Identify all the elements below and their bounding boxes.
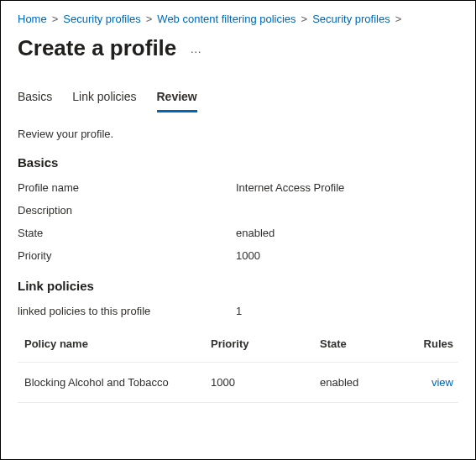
tabs: Basics Link policies Review xyxy=(18,85,458,112)
field-value: enabled xyxy=(236,227,458,239)
field-label: Priority xyxy=(18,249,236,262)
col-header-priority[interactable]: Priority xyxy=(211,337,320,350)
policy-table: Policy name Priority State Rules Blockin… xyxy=(18,327,458,403)
chevron-right-icon: > xyxy=(395,13,402,25)
col-header-state[interactable]: State xyxy=(320,337,412,350)
link-policies-section-title: Link policies xyxy=(18,279,458,293)
field-state: State enabled xyxy=(18,227,458,239)
view-rules-link[interactable]: view xyxy=(432,376,453,389)
table-row: Blocking Alcohol and Tobacco 1000 enable… xyxy=(18,363,458,403)
field-value: Internet Access Profile xyxy=(236,181,458,194)
field-label: State xyxy=(18,227,236,239)
chevron-right-icon: > xyxy=(146,13,153,25)
cell-rules: view xyxy=(412,376,458,389)
field-profile-name: Profile name Internet Access Profile xyxy=(18,181,458,194)
tab-basics[interactable]: Basics xyxy=(18,85,52,112)
field-value xyxy=(236,204,458,217)
breadcrumb-web-content-filtering[interactable]: Web content filtering policies xyxy=(157,13,296,25)
breadcrumb-security-profiles[interactable]: Security profiles xyxy=(63,13,140,25)
field-value: 1000 xyxy=(236,249,458,262)
field-label: linked policies to this profile xyxy=(18,305,236,317)
breadcrumb: Home > Security profiles > Web content f… xyxy=(18,13,458,25)
field-label: Description xyxy=(18,204,236,217)
chevron-right-icon: > xyxy=(301,13,308,25)
field-priority: Priority 1000 xyxy=(18,249,458,262)
tab-review[interactable]: Review xyxy=(157,85,197,112)
chevron-right-icon: > xyxy=(52,13,59,25)
col-header-name[interactable]: Policy name xyxy=(18,337,211,350)
breadcrumb-security-profiles-2[interactable]: Security profiles xyxy=(312,13,390,25)
col-header-rules[interactable]: Rules xyxy=(412,337,458,350)
tab-link-policies[interactable]: Link policies xyxy=(72,85,136,112)
basics-section-title: Basics xyxy=(18,155,458,170)
field-label: Profile name xyxy=(18,181,236,194)
page-title: Create a profile xyxy=(18,35,176,61)
cell-state: enabled xyxy=(320,376,412,389)
policy-table-header: Policy name Priority State Rules xyxy=(18,327,458,363)
more-icon[interactable]: … xyxy=(186,39,206,59)
cell-priority: 1000 xyxy=(211,376,320,389)
field-description: Description xyxy=(18,204,458,217)
cell-policy-name: Blocking Alcohol and Tobacco xyxy=(18,376,211,389)
title-row: Create a profile … xyxy=(18,35,458,61)
review-instruction: Review your profile. xyxy=(18,128,458,140)
field-value: 1 xyxy=(236,305,458,317)
breadcrumb-home[interactable]: Home xyxy=(18,13,47,25)
linked-policies-summary: linked policies to this profile 1 xyxy=(18,305,458,317)
